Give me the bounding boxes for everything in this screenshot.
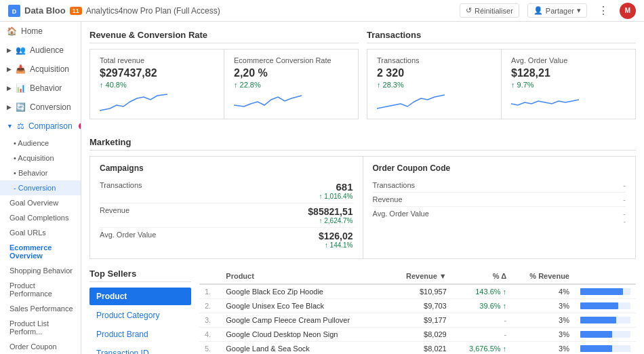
conversion-icon: 🔄 — [16, 102, 26, 112]
sidebar-item-behavior[interactable]: ▶ 📊 Behavior — [0, 79, 81, 98]
row-pct-revenue: 3% — [512, 342, 575, 355]
col-pct-revenue[interactable]: % Revenue — [512, 269, 575, 284]
products-table: Product Revenue ▼ % Δ % Revenue 1. Googl… — [199, 269, 636, 354]
transactions-sparkline — [377, 92, 491, 112]
total-revenue-value: $297437,82 — [100, 67, 214, 79]
expand-icon4: ▶ — [7, 104, 12, 111]
conversion-sparkline — [234, 92, 348, 112]
expand-icon5: ▼ — [7, 123, 13, 130]
comparison-icon: ⚖ — [17, 121, 24, 131]
nav-transaction-id[interactable]: Transaction ID — [89, 345, 191, 354]
top-metrics-section: Revenue & Conversion Rate Total revenue … — [89, 30, 636, 129]
col-revenue[interactable]: Revenue ▼ — [388, 269, 452, 284]
top-sellers-section: Top Sellers Product Product Category Pro… — [89, 269, 636, 354]
row-bar — [575, 299, 636, 313]
coupon-transactions-value: - — [447, 181, 626, 189]
coupon-transactions-row: Transactions - — [373, 178, 626, 193]
sidebar-goal-urls[interactable]: Goal URLs — [0, 225, 81, 240]
user-avatar[interactable]: M — [620, 3, 636, 19]
chevron-down-icon: ▾ — [577, 6, 581, 15]
sidebar-sub-behavior[interactable]: • Behavior — [0, 165, 81, 180]
sidebar-item-audience[interactable]: ▶ 👥 Audience — [0, 41, 81, 60]
header-left: D Data Bloo 11 Analytics4now Pro Plan (F… — [8, 5, 220, 17]
sidebar-sales-performance[interactable]: Sales Performance — [0, 301, 81, 316]
revenue-section-title: Revenue & Conversion Rate — [89, 30, 359, 43]
table-row: 3. Google Camp Fleece Cream Pullover $9,… — [199, 313, 636, 328]
sidebar-home-label: Home — [21, 26, 43, 36]
header-right: ↺ Réinitialiser 👤 Partager ▾ ⋮ M — [460, 3, 636, 19]
row-product: Google Unisex Eco Tee Black — [220, 299, 388, 313]
row-product: Google Camp Fleece Cream Pullover — [220, 313, 388, 328]
coupon-revenue-value: - — [447, 195, 626, 203]
partager-button[interactable]: 👤 Partager ▾ — [527, 3, 587, 18]
top-sellers-left: Top Sellers Product Product Category Pro… — [89, 269, 191, 354]
sidebar-goal-completions[interactable]: Goal Completions — [0, 210, 81, 225]
sidebar-order-coupon[interactable]: Order Coupon — [0, 339, 81, 354]
sidebar-comparison-label: Comparison — [28, 121, 73, 131]
sidebar-product-performance[interactable]: Product Performance — [0, 278, 81, 301]
row-revenue: $8,029 — [388, 328, 452, 342]
sidebar-ecommerce-overview[interactable]: Ecommerce Overview — [0, 240, 81, 263]
sidebar-conversion-label: Conversion — [30, 102, 71, 112]
products-table-wrap: Product Revenue ▼ % Δ % Revenue 1. Googl… — [199, 269, 636, 354]
transactions-label: Transactions — [377, 56, 491, 64]
avg-order-value-change: ↑ 9.7% — [511, 81, 626, 89]
behavior-icon: 📊 — [16, 83, 26, 93]
table-row: 2. Google Unisex Eco Tee Black $9,703 39… — [199, 299, 636, 313]
coupon-avg-order-label: Avg. Order Value — [373, 210, 447, 218]
row-num: 5. — [199, 342, 220, 355]
audience-icon: 👥 — [16, 45, 26, 55]
sidebar-product-list-perform[interactable]: Product List Perform... — [0, 316, 81, 339]
conversion-rate-label: Ecommerce Conversion Rate — [234, 56, 348, 64]
sidebar-sub-audience[interactable]: • Audience — [0, 136, 81, 151]
sidebar-shopping-behavior[interactable]: Shopping Behavior — [0, 263, 81, 278]
sidebar-item-comparison[interactable]: ▼ ⚖ Comparison 5 — [0, 117, 81, 136]
campaigns-avg-order-value: $126,02 — [174, 231, 353, 241]
sidebar-item-acquisition[interactable]: ▶ 📥 Acquisition — [0, 60, 81, 79]
sidebar-behavior-label: Behavior — [30, 83, 62, 93]
row-revenue: $8,021 — [388, 342, 452, 355]
campaigns-col: Campaigns Transactions 681 ↑ 1,016.4% Re… — [90, 157, 363, 258]
home-icon: 🏠 — [7, 26, 17, 36]
coupon-avg-order-value: - — [447, 210, 626, 218]
total-revenue-label: Total revenue — [100, 56, 214, 64]
campaigns-revenue-row: Revenue $85821,51 ↑ 2,624.7% — [100, 203, 353, 228]
table-row: 4. Google Cloud Desktop Neon Sign $8,029… — [199, 328, 636, 342]
col-pct-delta[interactable]: % Δ — [452, 269, 512, 284]
sidebar-item-home[interactable]: 🏠 Home — [0, 22, 81, 41]
svg-text:D: D — [12, 8, 17, 15]
sidebar-acquisition-label: Acquisition — [30, 64, 69, 74]
row-revenue: $9,177 — [388, 313, 452, 328]
sidebar-sub-acquisition[interactable]: • Acquisition — [0, 151, 81, 165]
nav-product[interactable]: Product — [89, 288, 191, 305]
campaigns-title: Campaigns — [100, 163, 353, 173]
expand-icon: ▶ — [7, 47, 12, 54]
row-num: 4. — [199, 328, 220, 342]
nav-product-brand[interactable]: Product Brand — [89, 326, 191, 343]
avg-order-value-label: Avg. Order Value — [511, 56, 626, 64]
campaigns-transactions-value: 681 — [174, 181, 353, 193]
transactions-section-title: Transactions — [367, 30, 636, 43]
conversion-rate-change: ↑ 22.8% — [234, 81, 348, 89]
sidebar-goal-overview[interactable]: Goal Overview — [0, 195, 81, 210]
more-options-button[interactable]: ⋮ — [595, 4, 611, 17]
expand-icon2: ▶ — [7, 66, 12, 73]
row-pct-delta: - — [452, 313, 512, 328]
row-product: Google Black Eco Zip Hoodie — [220, 284, 388, 299]
row-pct-delta: 39.6% ↑ — [452, 299, 512, 313]
row-num: 2. — [199, 299, 220, 313]
row-product: Google Cloud Desktop Neon Sign — [220, 328, 388, 342]
row-bar — [575, 342, 636, 355]
acquisition-icon: 📥 — [16, 64, 26, 74]
marketing-section: Marketing Campaigns Transactions 681 ↑ 1… — [89, 137, 636, 259]
col-product[interactable]: Product — [220, 269, 388, 284]
sidebar-sub-conversion[interactable]: - Conversion — [0, 180, 81, 195]
row-revenue: $9,703 — [388, 299, 452, 313]
row-num: 3. — [199, 313, 220, 328]
sidebar-item-conversion[interactable]: ▶ 🔄 Conversion — [0, 98, 81, 117]
total-revenue-change: ↑ 40.8% — [100, 81, 214, 89]
reinitialiser-button[interactable]: ↺ Réinitialiser — [460, 3, 519, 18]
transactions-card: Transactions 2 320 ↑ 28.3% — [367, 50, 502, 119]
sidebar-audience-label: Audience — [30, 45, 64, 55]
nav-product-category[interactable]: Product Category — [89, 307, 191, 324]
